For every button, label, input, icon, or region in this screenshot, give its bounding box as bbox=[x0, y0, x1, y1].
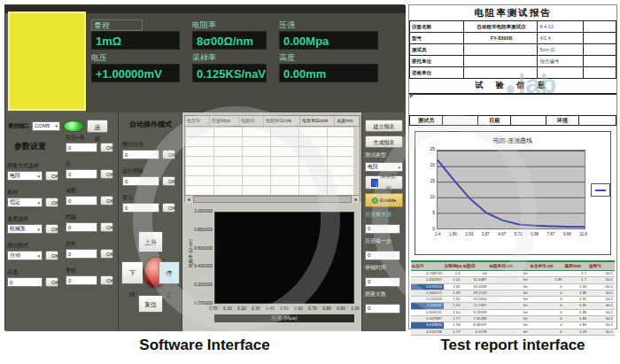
param-input[interactable] bbox=[66, 196, 97, 205]
ok-button[interactable]: OK bbox=[45, 277, 58, 287]
param-select[interactable]: 机械泵▾ bbox=[7, 224, 43, 234]
y-tick-label: 15 bbox=[421, 178, 435, 183]
ok-button[interactable]: OK bbox=[162, 176, 175, 186]
report-curve-line bbox=[438, 160, 585, 228]
table-cell: 0 bbox=[529, 303, 563, 308]
table-cell: 0 bbox=[529, 310, 563, 315]
param-input[interactable] bbox=[7, 277, 43, 287]
ok-button[interactable]: OK bbox=[162, 203, 175, 213]
voltage-value: +1.00000mV bbox=[91, 64, 180, 82]
table-row: 0.5111971.9311.2987Inf01.9150.1 bbox=[411, 303, 615, 309]
column-header: 高度mm bbox=[335, 116, 360, 126]
auto-input[interactable] bbox=[122, 203, 159, 213]
graph-x-ticks: 0.000.100.200.300.400.500.600.700.800.90… bbox=[209, 306, 360, 311]
table-cell: Inf bbox=[488, 297, 529, 302]
sample-rate-value: 0.125KS/naV bbox=[192, 64, 267, 82]
enable-button[interactable]: Enable bbox=[365, 193, 403, 207]
setting-input[interactable] bbox=[365, 277, 400, 287]
report-chart-title: 电阻-压强曲线 bbox=[415, 136, 610, 145]
table-cell: 0.554172 bbox=[411, 290, 444, 296]
param-input[interactable] bbox=[66, 222, 97, 232]
setting-input[interactable] bbox=[365, 224, 400, 234]
column-header: 电导率Ω/cmk bbox=[300, 116, 335, 126]
ok-button[interactable]: OK bbox=[45, 224, 58, 234]
table-row: 0.5791531.9119.2039Inf01.9150.1 bbox=[411, 284, 615, 290]
param-label: 量程 bbox=[66, 267, 117, 274]
table-cell: 0.519993 bbox=[411, 322, 444, 328]
table-cell bbox=[464, 56, 539, 67]
legend-line-icon bbox=[595, 190, 606, 191]
setting-input[interactable] bbox=[365, 251, 400, 260]
table-cell: 1.99 bbox=[444, 290, 462, 296]
table-cell: 委托单位 bbox=[410, 56, 464, 67]
reset-button[interactable]: 复位 bbox=[138, 295, 163, 313]
ok-button[interactable]: OK bbox=[100, 249, 113, 259]
ok-button[interactable]: OK bbox=[100, 196, 113, 205]
ok-button[interactable]: OK bbox=[162, 150, 175, 159]
connection-led-icon[interactable] bbox=[63, 120, 84, 132]
ok-button[interactable]: OK bbox=[100, 222, 113, 232]
table-row: 测试员日期环境 bbox=[410, 116, 616, 126]
table-cell: 1.54 bbox=[444, 310, 462, 315]
scroll-left-icon[interactable]: ◄ bbox=[185, 197, 192, 202]
setting-row: 压强每一步 bbox=[365, 237, 403, 260]
param-select-value: 自动 bbox=[10, 252, 20, 259]
auto-label: 测试压强 bbox=[122, 141, 179, 148]
chevron-down-icon: ▾ bbox=[55, 123, 58, 128]
x-tick-label: 0.90 bbox=[337, 306, 345, 311]
connect-button[interactable]: 连接 bbox=[87, 120, 108, 133]
up-button[interactable]: 上升 bbox=[138, 231, 163, 252]
param-input[interactable] bbox=[66, 143, 97, 152]
param-select[interactable]: 自动▾ bbox=[7, 251, 43, 260]
table-cell: 5cm·Ω bbox=[538, 44, 583, 56]
table-cell: 1.29 bbox=[563, 329, 588, 335]
chevron-down-icon: ▾ bbox=[37, 227, 40, 232]
x-tick-label: 0.20 bbox=[237, 306, 246, 311]
table-row: 0.5541721.9929.1539Inf01.8950.1 bbox=[411, 290, 615, 297]
ok-button[interactable]: OK bbox=[45, 197, 58, 207]
table-cell: 8.48197 bbox=[461, 322, 488, 328]
down-button[interactable]: 下降 bbox=[121, 261, 143, 284]
auto-input[interactable] bbox=[122, 176, 159, 186]
save-data-button[interactable]: 保存数据 bbox=[365, 175, 403, 190]
report-chart-plot bbox=[437, 150, 585, 229]
ok-button[interactable]: OK bbox=[100, 169, 113, 179]
comm-port-select[interactable]: COM5▾ bbox=[32, 121, 60, 131]
scroll-right-icon[interactable]: ► bbox=[353, 197, 360, 202]
param-input[interactable] bbox=[66, 275, 97, 285]
table-cell bbox=[511, 116, 546, 126]
horizontal-scrollbar[interactable]: ◄ ► bbox=[185, 195, 360, 203]
param-select[interactable]: 电阻▾ bbox=[7, 171, 43, 181]
param-select[interactable]: 恒定▾ bbox=[7, 197, 43, 207]
stop-button[interactable]: 停止 bbox=[159, 261, 180, 284]
table-cell bbox=[464, 44, 539, 56]
setting-input[interactable] bbox=[365, 304, 400, 314]
table-cell bbox=[584, 21, 616, 33]
x-tick-label: 5.72 bbox=[515, 232, 523, 236]
table-row: 0.5199931.588.48197Inf01.8550.1 bbox=[411, 322, 615, 329]
param-input[interactable] bbox=[66, 169, 97, 179]
ok-button[interactable]: OK bbox=[100, 275, 113, 285]
setting-label: 压强每一步 bbox=[365, 237, 403, 244]
auto-row: 运行间隔 OK bbox=[122, 167, 179, 186]
setting-label: 测量次数 bbox=[365, 290, 403, 298]
x-tick-label: 1.00 bbox=[351, 306, 360, 311]
table-cell bbox=[443, 116, 478, 126]
table-row: 0.5333481.9219.4834Inf01.9150.1 bbox=[411, 297, 615, 303]
table-cell: 1.77 bbox=[444, 316, 462, 321]
table-row: 送检单位 bbox=[410, 67, 616, 79]
column-header: 电阻/Ω bbox=[461, 262, 488, 270]
scrollbar-thumb[interactable] bbox=[193, 196, 352, 203]
create-report-button[interactable]: 建立报表 bbox=[365, 120, 403, 132]
ok-button[interactable]: OK bbox=[45, 251, 58, 260]
column-header: 电阻率/Ωcmk bbox=[264, 116, 300, 126]
y-tick-label: 5 bbox=[421, 210, 435, 215]
auto-input[interactable] bbox=[122, 150, 159, 159]
generate-report-button[interactable]: 生成报表 bbox=[365, 136, 403, 148]
ok-button[interactable]: OK bbox=[100, 143, 113, 152]
table-cell: 日期 bbox=[478, 116, 511, 126]
table-cell: 0 bbox=[529, 322, 563, 328]
param-input[interactable] bbox=[66, 249, 97, 259]
ok-button[interactable]: OK bbox=[45, 171, 58, 181]
setting-row: 压强最大值 bbox=[365, 211, 403, 234]
